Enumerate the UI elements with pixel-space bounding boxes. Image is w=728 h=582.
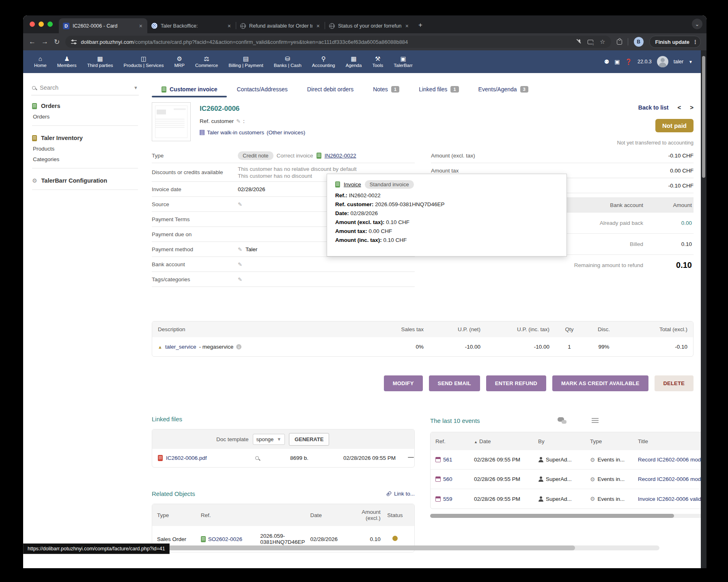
browser-tab[interactable]: Taler Backoffice: × — [147, 18, 236, 33]
sidebar-item-orders[interactable]: Orders — [32, 109, 138, 120]
tab-search-button[interactable]: ⌄ — [692, 19, 702, 29]
sales-order-link[interactable]: SO2602-0026 — [208, 536, 242, 542]
enter-refund-button[interactable]: ENTER REFUND — [486, 375, 546, 391]
mic-off-icon[interactable] — [578, 39, 581, 45]
event-ref-link[interactable]: 560 — [443, 476, 452, 482]
close-tab-icon[interactable]: × — [138, 23, 143, 29]
list-view-icon[interactable] — [592, 418, 599, 423]
address-bar[interactable]: dolibarr.potuzhnyi.com/compta/facture/ca… — [65, 36, 611, 48]
doc-template-select[interactable]: sponge ▼ — [253, 434, 285, 445]
vertical-scrollbar[interactable] — [701, 50, 706, 568]
already-paid-amount[interactable]: 0.00 — [643, 220, 692, 226]
previous-record-icon[interactable]: < — [677, 104, 681, 111]
close-tab-icon[interactable]: × — [227, 23, 232, 29]
back-icon[interactable]: ← — [29, 38, 36, 46]
other-invoices-link[interactable]: (Other invoices) — [267, 129, 305, 136]
back-to-list-link[interactable]: Back to list — [638, 104, 669, 111]
nav-agenda[interactable]: ▦Agenda — [340, 50, 367, 73]
print-icon[interactable]: ▣ — [614, 58, 620, 65]
mark-credit-available-button[interactable]: MARK AS CREDIT AVAILABLE — [552, 375, 648, 391]
nav-accounting[interactable]: ⚲Accounting — [307, 50, 340, 73]
bookmark-star-icon[interactable]: ☆ — [600, 38, 605, 45]
site-settings-icon[interactable] — [71, 39, 77, 44]
browser-tab[interactable]: Refund available for Order to × — [236, 18, 325, 33]
browser-menu-icon[interactable]: ⋮ — [693, 39, 698, 45]
browser-tab[interactable]: Status of your order forrefun × — [325, 18, 414, 33]
remaining-refund-row: Remaining amount to refund 0.10 — [431, 261, 694, 270]
product-link[interactable]: taler_service — [165, 344, 196, 350]
file-link[interactable]: IC2602-0006.pdf — [166, 455, 207, 461]
tab-direct-debit-orders[interactable]: Direct debit orders — [297, 83, 363, 97]
commerce-icon: ⚖ — [204, 56, 209, 62]
send-email-button[interactable]: SEND EMAIL — [429, 375, 480, 391]
nav-mrp[interactable]: ⚙MRP — [169, 50, 190, 73]
finish-update-button[interactable]: Finish update ⋮ — [649, 36, 701, 48]
next-record-icon[interactable]: > — [690, 104, 694, 111]
edit-tags-icon[interactable]: ✎ — [238, 276, 242, 282]
event-title-link[interactable]: Invoice IC2602-0006 validated — [638, 496, 706, 502]
nav-tools[interactable]: ⚒Tools — [367, 50, 388, 73]
profile-avatar[interactable]: B — [634, 37, 644, 47]
sidebar-section-talerbarr-config[interactable]: ⚙ TalerBarr Configuration — [32, 177, 138, 184]
preview-file-icon[interactable] — [255, 456, 259, 460]
close-tab-icon[interactable]: × — [316, 23, 321, 29]
install-app-icon[interactable] — [588, 40, 593, 44]
browser-tab-active[interactable]: D IC2602-0006 - Card × — [59, 18, 147, 33]
sidebar-item-categories[interactable]: Categories — [32, 152, 138, 162]
modify-button[interactable]: MODIFY — [384, 375, 423, 391]
edit-source-icon[interactable]: ✎ — [238, 201, 242, 207]
generate-button[interactable]: GENERATE — [289, 433, 329, 446]
nav-products-services[interactable]: ◫Products | Services — [118, 50, 169, 73]
chain-link-icon — [386, 491, 392, 496]
sort-asc-icon[interactable]: ▲ — [474, 440, 478, 444]
invoice-preview-thumbnail[interactable] — [152, 102, 191, 141]
nav-third-parties[interactable]: ▦Third parties — [82, 50, 118, 73]
user-menu-chevron-icon[interactable]: ▼ — [689, 60, 693, 64]
sidebar-search[interactable]: ▼ — [31, 82, 139, 95]
event-ref-link[interactable]: 561 — [443, 457, 452, 463]
nav-banks-cash[interactable]: ⛁Banks | Cash — [269, 50, 307, 73]
event-row: 559 02/28/26 09:55 PM SuperAd... ⚙Events… — [431, 489, 706, 509]
sidebar-section-orders[interactable]: Orders — [32, 103, 138, 109]
user-name[interactable]: taler — [674, 59, 683, 65]
edit-bank-account-icon[interactable]: ✎ — [238, 261, 242, 267]
tab-events-agenda[interactable]: Events/Agenda3 — [469, 83, 538, 97]
edit-ref-customer-icon[interactable]: ✎ — [236, 118, 241, 124]
extensions-icon[interactable] — [617, 39, 622, 45]
search-options-chevron-icon[interactable]: ▼ — [134, 85, 138, 90]
sidebar-item-products[interactable]: Products — [32, 141, 138, 152]
user-avatar[interactable] — [657, 56, 668, 67]
bug-report-icon[interactable]: ⚉ — [604, 58, 610, 65]
nav-members[interactable]: ♟Members — [52, 50, 82, 73]
tab-notes[interactable]: Notes1 — [363, 83, 409, 97]
events-table: Ref. ▲Date By Type Title 561 02/28/26 09… — [430, 432, 706, 509]
link-to-link[interactable]: Link to... — [386, 491, 415, 497]
messages-icon[interactable] — [558, 417, 566, 424]
nav-billing-payment[interactable]: ▤Billing | Payment — [223, 50, 268, 73]
new-tab-button[interactable]: + — [418, 21, 422, 29]
search-input[interactable] — [40, 84, 129, 91]
nav-home[interactable]: ⌂Home — [29, 50, 52, 73]
reload-icon[interactable]: ↻ — [54, 38, 60, 46]
event-title-link[interactable]: Record IC2602-0006 modified — [638, 476, 706, 482]
tab-contacts-addresses[interactable]: Contacts/Addresses — [227, 83, 297, 97]
nav-commerce[interactable]: ⚖Commerce — [190, 50, 223, 73]
tab-customer-invoice[interactable]: Customer invoice — [152, 83, 227, 97]
tab-linked-files[interactable]: Linked files1 — [409, 83, 468, 97]
close-tab-icon[interactable]: × — [405, 23, 409, 29]
customer-link[interactable]: Taler walk-in customers — [207, 129, 264, 136]
info-icon[interactable]: i — [236, 344, 241, 349]
event-ref-link[interactable]: 559 — [443, 496, 452, 502]
correct-invoice-link[interactable]: IN2602-0022 — [325, 153, 356, 159]
forward-icon[interactable]: → — [41, 38, 48, 46]
event-title-link[interactable]: Record IC2602-0006 modified — [638, 457, 706, 463]
edit-payment-method-icon[interactable]: ✎ — [238, 246, 242, 252]
events-horizontal-scrollbar[interactable] — [430, 514, 706, 518]
help-icon[interactable]: ❓ — [625, 58, 632, 65]
close-window-button[interactable] — [30, 22, 35, 27]
zoom-window-button[interactable] — [47, 22, 53, 27]
sidebar-section-taler-inventory[interactable]: Taler Inventory — [32, 135, 138, 141]
delete-button[interactable]: DELETE — [655, 375, 694, 391]
minimize-window-button[interactable] — [39, 22, 44, 27]
nav-talerbarr[interactable]: ▣TalerBarr — [388, 50, 418, 73]
